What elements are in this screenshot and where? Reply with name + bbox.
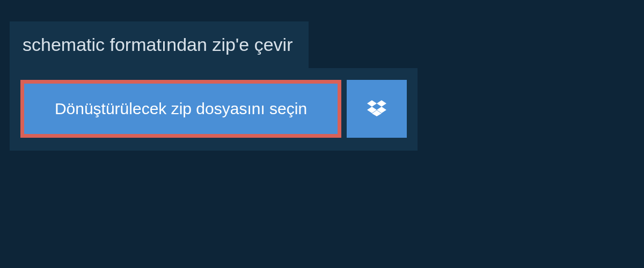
button-row: Dönüştürülecek zip dosyasını seçin xyxy=(20,80,407,138)
select-file-label: Dönüştürülecek zip dosyasını seçin xyxy=(55,100,307,117)
main-container: schematic formatından zip'e çevir Dönüşt… xyxy=(0,0,644,151)
content-area: Dönüştürülecek zip dosyasını seçin xyxy=(10,68,418,151)
dropbox-button[interactable] xyxy=(347,80,407,138)
tab-convert[interactable]: schematic formatından zip'e çevir xyxy=(10,21,309,68)
select-file-button[interactable]: Dönüştürülecek zip dosyasını seçin xyxy=(20,80,341,138)
dropbox-icon xyxy=(367,99,386,120)
tab-bar: schematic formatından zip'e çevir xyxy=(10,21,634,68)
tab-label: schematic formatından zip'e çevir xyxy=(23,34,292,55)
